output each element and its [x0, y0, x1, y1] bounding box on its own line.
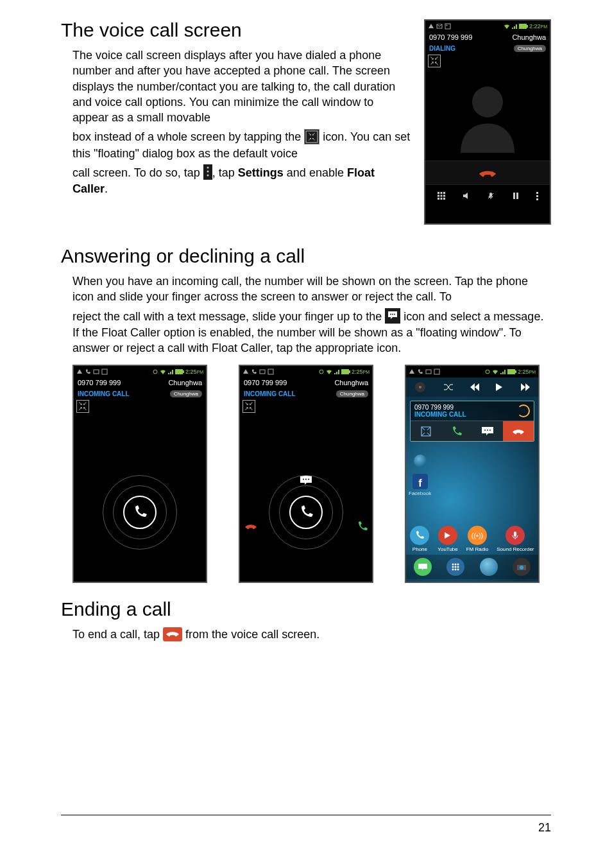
status-time: 2:22: [529, 23, 541, 30]
youtube-app[interactable]: YouTube: [438, 526, 457, 552]
svg-rect-3: [519, 24, 527, 29]
play-icon[interactable]: [496, 383, 504, 391]
sync-icon: [318, 369, 325, 375]
contact-avatar: [425, 67, 550, 161]
image-status-icon: [445, 23, 451, 30]
nav-bar: [425, 185, 550, 207]
call-carrier: Chunghwa: [334, 379, 368, 386]
call-number: 0970 799 999: [78, 379, 121, 386]
call-status-label: INCOMING CALL: [244, 390, 296, 397]
svg-rect-48: [514, 532, 516, 537]
app-label: Sound Recorder: [497, 546, 534, 552]
dock-camera[interactable]: [513, 558, 531, 576]
section2-para-b1: reject the call with a text message, sli…: [72, 310, 385, 323]
message-status-icon: [259, 369, 266, 375]
status-time: 2:25: [352, 369, 363, 375]
facebook-shortcut-icon[interactable]: f: [412, 474, 428, 489]
status-time-pm: PM: [529, 370, 536, 374]
svg-rect-27: [94, 370, 99, 374]
svg-point-26: [394, 313, 395, 315]
facebook-label: Facebook: [409, 490, 431, 496]
grid-icon[interactable]: [437, 191, 446, 200]
section1-para-c1: call screen. To do so, tap: [72, 166, 203, 179]
minimize-icon[interactable]: ↘↙↗↖: [428, 55, 441, 67]
image-status-icon: [434, 369, 440, 375]
battery-icon: [519, 24, 528, 29]
end-call-bar[interactable]: [425, 161, 550, 185]
section1-para-c2: , tap: [212, 166, 238, 179]
hangup-icon: [478, 168, 497, 178]
warning-icon: [409, 369, 415, 375]
next-icon[interactable]: [521, 383, 530, 391]
status-time-pm: PM: [363, 370, 370, 374]
svg-rect-28: [102, 369, 107, 374]
minimize-inline-icon: ↘↙↗↖: [304, 129, 319, 144]
minimize-icon[interactable]: ↘↙↗↖: [76, 400, 89, 413]
svg-text:↘↙: ↘↙: [308, 132, 316, 136]
svg-point-5: [472, 86, 503, 117]
prev-icon[interactable]: [470, 383, 479, 391]
sync-icon: [152, 369, 158, 375]
dock-browser[interactable]: [480, 558, 498, 576]
svg-point-50: [455, 564, 457, 566]
fmradio-app[interactable]: ((•)) FM Radio: [466, 526, 489, 552]
svg-point-54: [457, 566, 459, 568]
home-app-row: Phone YouTube ((•)) FM Radio Sound Recor…: [406, 526, 538, 552]
svg-rect-40: [507, 369, 515, 374]
float-message-button[interactable]: [472, 421, 503, 441]
phone-status-icon: [251, 369, 257, 375]
svg-rect-8: [443, 192, 445, 194]
answer-slider-expanded[interactable]: [240, 471, 372, 554]
svg-rect-10: [441, 195, 443, 197]
dock-messages[interactable]: [414, 558, 432, 576]
browser-shortcut-icon[interactable]: [414, 455, 427, 467]
message-status-icon: [93, 369, 99, 375]
section2-para-b: reject the call with a text message, sli…: [72, 309, 551, 356]
svg-rect-30: [183, 370, 184, 373]
wifi-icon: [504, 23, 510, 30]
status-time: 2:25: [185, 369, 197, 375]
music-widget[interactable]: [406, 378, 538, 397]
ringing-icon: [517, 404, 530, 417]
status-bar: 2:22PM: [425, 21, 550, 32]
status-bar: 2:25PM: [240, 366, 372, 378]
home-screen: 0970 799 999 INCOMING CALL f Facebook: [406, 378, 538, 582]
phone-app[interactable]: Phone: [410, 526, 429, 552]
minimize-icon[interactable]: ↘↙↗↖: [242, 400, 255, 413]
call-status-row: DIALING Chunghwa: [425, 44, 550, 53]
float-answer-button[interactable]: [441, 421, 472, 441]
pause-icon[interactable]: [511, 191, 520, 200]
svg-rect-9: [438, 195, 439, 197]
section2-para-a: When you have an incoming call, the numb…: [72, 273, 551, 305]
phone-status-icon: [85, 369, 91, 375]
svg-rect-33: [341, 369, 349, 374]
reject-call-icon[interactable]: [244, 522, 258, 535]
mute-icon[interactable]: [486, 191, 495, 200]
svg-rect-34: [349, 370, 350, 373]
svg-point-46: [487, 430, 488, 431]
battery-icon: [341, 369, 350, 374]
message-inline-icon: [385, 308, 400, 324]
svg-rect-29: [175, 369, 183, 374]
incoming-call-screenshot-1: 2:25PM 0970 799 999 Chunghwa INCOMING CA…: [72, 365, 207, 583]
svg-text:↗↖: ↗↖: [308, 137, 316, 141]
wifi-icon: [492, 369, 498, 375]
section1-para-b1: box instead of a whole screen by tapping…: [72, 130, 304, 143]
answer-slider[interactable]: [74, 471, 206, 554]
call-carrier: Chunghwa: [512, 33, 546, 41]
warning-icon: [76, 369, 83, 375]
shuffle-icon[interactable]: [443, 383, 454, 391]
signal-icon: [167, 369, 174, 375]
float-expand-button[interactable]: [411, 421, 441, 441]
more-icon[interactable]: [536, 192, 538, 200]
float-reject-button[interactable]: [503, 421, 534, 441]
svg-point-2: [446, 25, 448, 26]
sound-recorder-app[interactable]: Sound Recorder: [497, 526, 534, 552]
float-status: INCOMING CALL: [414, 411, 466, 418]
call-number: 0970 799 999: [244, 379, 287, 386]
call-carrier: Chunghwa: [168, 379, 202, 386]
answer-call-icon[interactable]: [357, 521, 368, 535]
speaker-icon[interactable]: [462, 191, 471, 200]
float-caller-window[interactable]: 0970 799 999 INCOMING CALL: [410, 401, 534, 442]
dock-apps[interactable]: [446, 558, 464, 576]
